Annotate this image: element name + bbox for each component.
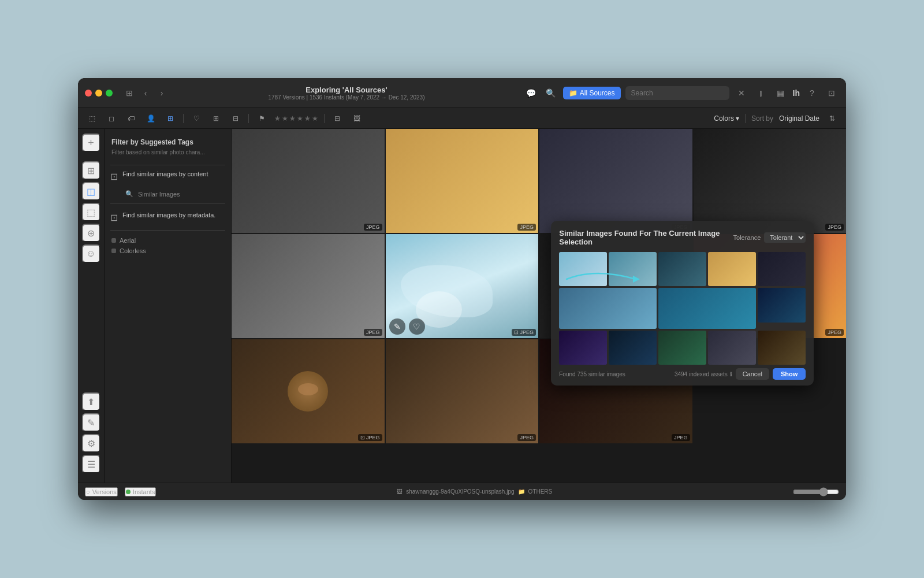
chat-button[interactable]: 💬 (524, 86, 539, 101)
photo-tablet[interactable]: JPEG (539, 129, 692, 233)
filter-btn[interactable]: ⫿ (754, 86, 769, 101)
photo-monkey[interactable]: ⊡JPEG (232, 339, 385, 443)
star-1[interactable]: ★ (274, 114, 281, 123)
help-btn[interactable]: ? (804, 86, 819, 101)
minimize-button[interactable] (95, 90, 102, 97)
photo-building[interactable]: JPEG (232, 129, 385, 233)
grid-view-btn[interactable]: ⊞ (163, 112, 177, 125)
photo-woman[interactable]: JPEG (694, 129, 847, 233)
photo-badge-glacier: ⊡ JPEG (512, 329, 536, 336)
sidebar-filter-section: Filter by Suggested Tags Filter based on… (105, 129, 231, 165)
nav-forward[interactable]: › (154, 86, 169, 101)
library-nav-btn[interactable]: ◫ (82, 182, 100, 201)
photo-badge-monkey: ⊡JPEG (358, 434, 382, 441)
map-nav-btn[interactable]: ⊕ (82, 224, 100, 242)
heart-btn[interactable]: ♡ (189, 112, 203, 125)
edit-action[interactable]: ✎ (389, 318, 405, 335)
view-btn-1[interactable]: ⬚ (85, 112, 99, 125)
photo-desert[interactable]: JPEG (386, 129, 539, 233)
modal-thumb-12[interactable] (708, 331, 756, 365)
traffic-lights (85, 90, 113, 97)
view-btn-2[interactable]: ◻ (105, 112, 118, 125)
source-button[interactable]: 📁 All Sources (563, 87, 621, 99)
find-content-row[interactable]: ⊡ Find similar images by content (105, 165, 231, 187)
modal-thumb-4[interactable] (708, 252, 756, 286)
modal-thumb-8[interactable] (758, 288, 806, 322)
tag-aerial-dot (111, 238, 116, 243)
edit-btn[interactable]: ✎ (82, 413, 100, 432)
tag-aerial[interactable]: Aerial (111, 235, 224, 246)
star-6[interactable]: ★ (312, 114, 318, 123)
faces-nav-btn[interactable]: ☺ (82, 244, 100, 263)
modal-thumb-7[interactable] (658, 288, 756, 328)
badge-label: JPEG (366, 224, 380, 230)
tag-aerial-label: Aerial (120, 237, 136, 244)
find-metadata-icon: ⊡ (110, 212, 118, 223)
settings-btn[interactable]: ⚙ (82, 434, 100, 453)
add-btn[interactable]: + (82, 134, 100, 152)
heart-action[interactable]: ♡ (409, 318, 425, 335)
photo-badge-bbq: JPEG (672, 434, 690, 441)
photo-bokeh[interactable]: JPEG (386, 339, 539, 443)
back-button[interactable]: ⊞ (122, 86, 137, 101)
star-3[interactable]: ★ (289, 114, 296, 123)
tag-colorless[interactable]: Colorless (111, 246, 224, 256)
nav-back[interactable]: ‹ (138, 86, 153, 101)
search-input[interactable] (625, 86, 729, 100)
panel-btn[interactable]: ⊡ (824, 86, 839, 101)
sidebar-sep-3 (110, 230, 225, 231)
modal-thumb-13[interactable] (758, 331, 806, 365)
modal-thumb-9[interactable] (559, 331, 607, 365)
modal-thumb-6[interactable] (559, 288, 657, 328)
export-btn[interactable]: ⬆ (82, 392, 100, 411)
instants-dot (126, 490, 131, 494)
close-button[interactable] (85, 90, 92, 97)
modal-thumb-5[interactable] (758, 252, 806, 286)
find-metadata-row[interactable]: ⊡ Find similar images by metadata. (105, 206, 231, 228)
menu-btn[interactable]: ☰ (82, 455, 100, 473)
photo-glacier[interactable]: ✎ ♡ ⊡ JPEG (386, 234, 539, 338)
folder-name: OTHERS (528, 488, 553, 495)
tolerance-select[interactable]: Tolerant Strict (764, 232, 806, 243)
sort-asc-btn[interactable]: ⇅ (825, 112, 839, 125)
glacier-actions: ✎ ♡ (389, 318, 425, 335)
tag-btn[interactable]: 🏷 (124, 112, 138, 125)
find-metadata-text: Find similar images by metadata. (122, 211, 215, 220)
instants-label: Instants (133, 488, 155, 495)
zoom-slider[interactable] (793, 487, 839, 497)
grid-nav-btn[interactable]: ⊞ (82, 161, 100, 180)
flag-btn[interactable]: ⚑ (255, 112, 269, 125)
modal-header: Similar Images Found For The Current Ima… (559, 229, 806, 246)
modal-footer: Found 735 similar images 3494 indexed as… (559, 368, 806, 380)
modal-thumb-10[interactable] (609, 331, 657, 365)
modal-cancel-button[interactable]: Cancel (736, 368, 769, 380)
star-5[interactable]: ★ (304, 114, 311, 123)
star-4[interactable]: ★ (297, 114, 303, 123)
file-icon: 🖼 (397, 488, 403, 495)
modal-thumb-11[interactable] (658, 331, 706, 365)
modal-show-button[interactable]: Show (773, 368, 806, 380)
find-content-icon: ⊡ (110, 171, 118, 182)
photo-people[interactable]: JPEG (232, 234, 385, 338)
photo-badge-people: JPEG (364, 329, 382, 336)
close-search-btn[interactable]: ✕ (734, 86, 749, 101)
view-mode-1[interactable]: ⊟ (330, 112, 344, 125)
view-mode-2[interactable]: 🖼 (350, 112, 364, 125)
maximize-button[interactable] (106, 90, 113, 97)
view-toggle-1[interactable]: ⊞ (209, 112, 223, 125)
colors-btn[interactable]: Colors ▾ (714, 114, 739, 123)
search-toggle[interactable]: 🔍 (543, 86, 558, 101)
view-toggle-2[interactable]: ⊟ (229, 112, 243, 125)
similar-images-item[interactable]: 🔍 Similar Images (118, 187, 228, 201)
instants-button[interactable]: Instants (125, 487, 157, 497)
monkey-badge-icon: ⊡ (360, 435, 365, 440)
modal-thumb-3[interactable] (658, 252, 706, 286)
albums-nav-btn[interactable]: ⬚ (82, 203, 100, 221)
modal-thumb-1[interactable] (559, 252, 607, 286)
tag-colorless-dot (111, 249, 116, 253)
modal-thumb-2[interactable] (609, 252, 657, 286)
star-2[interactable]: ★ (282, 114, 288, 123)
chart-btn[interactable]: ▦ (773, 86, 788, 101)
person-btn[interactable]: 👤 (144, 112, 158, 125)
versions-button[interactable]: ○ Versions (85, 487, 118, 497)
